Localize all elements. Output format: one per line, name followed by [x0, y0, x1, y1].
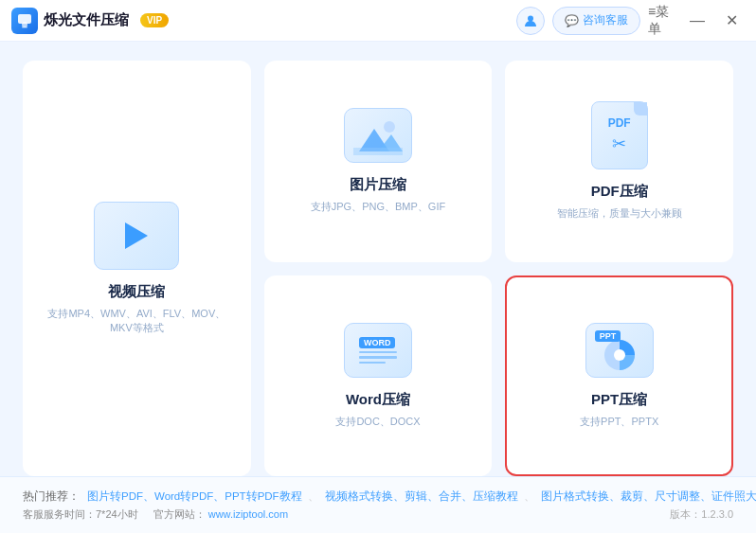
- pdf-card-subtitle: 智能压缩，质量与大小兼顾: [557, 206, 682, 221]
- app-title: 烁光文件压缩: [44, 11, 129, 29]
- scissors-icon: ✂: [612, 133, 626, 154]
- menu-label: ≡菜单: [648, 4, 676, 38]
- image-card[interactable]: 图片压缩 支持JPG、PNG、BMP、GIF: [264, 61, 493, 262]
- word-card-title: Word压缩: [346, 391, 410, 409]
- ppt-card-title: PPT压缩: [591, 391, 647, 409]
- minimize-icon: —: [690, 12, 705, 29]
- version-text: 版本：1.2.3.0: [670, 507, 733, 522]
- hotlinks-label: 热门推荐：: [23, 489, 80, 504]
- image-card-title: 图片压缩: [350, 176, 406, 194]
- word-line-1: [359, 351, 397, 354]
- sep-2: 、: [524, 489, 535, 504]
- footer-website: 官方网站： www.iziptool.com: [153, 507, 288, 522]
- image-card-subtitle: 支持JPG、PNG、BMP、GIF: [311, 200, 445, 214]
- word-card-subtitle: 支持DOC、DOCX: [335, 415, 420, 429]
- consult-icon: 💬: [565, 14, 579, 27]
- consult-label: 咨询客服: [583, 12, 628, 28]
- video-card[interactable]: 视频压缩 支持MP4、WMV、AVI、FLV、MOV、MKV等格式: [23, 61, 251, 476]
- footer-left: 客服服务时间：7*24小时 官方网站： www.iziptool.com: [23, 507, 288, 522]
- video-icon: [94, 202, 179, 270]
- ppt-label-tag: PPT: [595, 330, 621, 342]
- svg-rect-8: [353, 148, 403, 155]
- svg-point-10: [614, 349, 625, 361]
- video-card-title: 视频压缩: [108, 283, 165, 301]
- word-card[interactable]: WORD Word压缩 支持DOC、DOCX: [264, 275, 493, 477]
- service-time: 客服服务时间：7*24小时: [23, 507, 138, 522]
- title-actions: 💬 咨询客服 ≡菜单 — ✕: [516, 7, 745, 35]
- hotlinks-row: 热门推荐： 图片转PDF、Word转PDF、PPT转PDF教程 、 视频格式转换…: [23, 489, 733, 504]
- word-line-3: [359, 362, 386, 364]
- ppt-card-subtitle: 支持PPT、PPTX: [580, 415, 658, 429]
- pdf-card-title: PDF压缩: [591, 183, 648, 201]
- logo-icon: [11, 8, 38, 34]
- close-button[interactable]: ✕: [718, 8, 745, 34]
- footer-row: 客服服务时间：7*24小时 官方网站： www.iziptool.com 版本：…: [23, 507, 733, 522]
- hotlink-2[interactable]: 视频格式转换、剪辑、合并、压缩教程: [325, 489, 518, 504]
- pdf-label: PDF: [608, 116, 631, 130]
- main-content: 视频压缩 支持MP4、WMV、AVI、FLV、MOV、MKV等格式 图片压缩 支…: [0, 42, 756, 476]
- hotlink-3[interactable]: 图片格式转换、裁剪、尺寸调整、证件照大小调整: [541, 489, 756, 504]
- title-bar: 烁光文件压缩 VIP 💬 咨询客服 ≡菜单 — ✕: [0, 0, 756, 42]
- minimize-button[interactable]: —: [684, 8, 711, 34]
- menu-button[interactable]: ≡菜单: [648, 7, 676, 35]
- word-line-2: [359, 356, 397, 359]
- ppt-icon: PPT: [585, 323, 654, 378]
- play-triangle-icon: [125, 222, 148, 249]
- word-lines: [359, 351, 397, 364]
- user-icon-button[interactable]: [516, 7, 545, 35]
- vip-badge: VIP: [140, 13, 169, 27]
- word-icon: WORD: [344, 323, 412, 378]
- image-icon: [344, 108, 412, 163]
- app-logo: 烁光文件压缩 VIP: [11, 8, 169, 34]
- svg-point-3: [528, 15, 533, 21]
- word-inner: WORD: [353, 331, 403, 370]
- svg-rect-2: [22, 27, 27, 28]
- hotlink-1[interactable]: 图片转PDF、Word转PDF、PPT转PDF教程: [87, 489, 302, 504]
- sep-1: 、: [308, 489, 319, 504]
- website-label: 官方网站：: [153, 508, 206, 520]
- pdf-card[interactable]: PDF ✂ PDF压缩 智能压缩，质量与大小兼顾: [505, 61, 733, 262]
- ppt-inner: PPT: [595, 330, 644, 370]
- consult-button[interactable]: 💬 咨询客服: [552, 7, 640, 35]
- pdf-icon: PDF ✂: [591, 101, 648, 169]
- ppt-card[interactable]: PPT PPT压缩 支持PPT、PPTX: [505, 275, 733, 477]
- close-icon: ✕: [726, 11, 738, 29]
- pdf-corner: [634, 102, 647, 115]
- ppt-pie-chart: [603, 338, 637, 372]
- bottom-bar: 热门推荐： 图片转PDF、Word转PDF、PPT转PDF教程 、 视频格式转换…: [0, 476, 756, 533]
- svg-point-5: [384, 121, 395, 133]
- website-link[interactable]: www.iziptool.com: [208, 508, 288, 520]
- word-label-tag: WORD: [359, 337, 396, 348]
- video-card-subtitle: 支持MP4、WMV、AVI、FLV、MOV、MKV等格式: [44, 307, 230, 335]
